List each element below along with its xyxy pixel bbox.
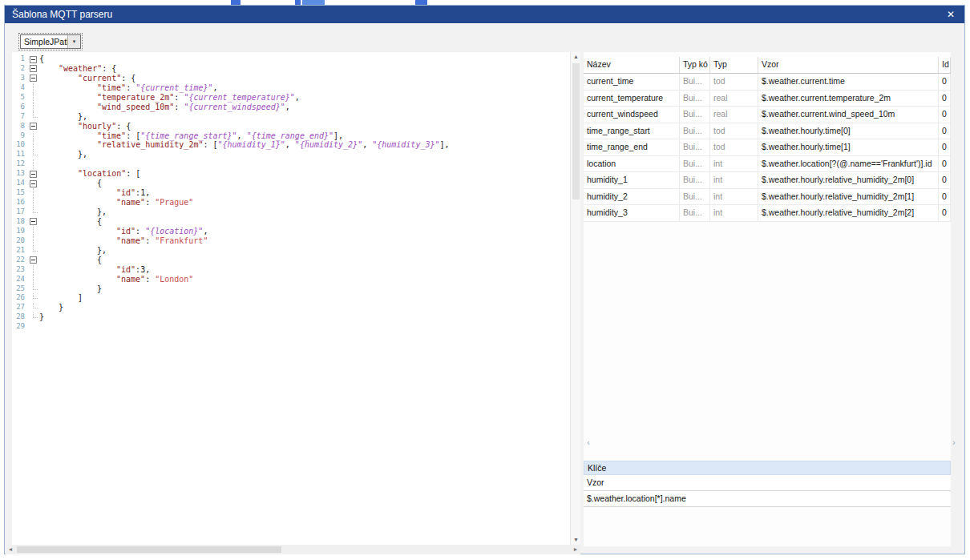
- line-number: 4: [12, 83, 25, 93]
- line-number: 9: [12, 131, 25, 141]
- code-text: {: [39, 217, 102, 227]
- fold-guide: [26, 103, 39, 112]
- code-line[interactable]: 15"id":1,: [12, 188, 570, 198]
- code-line[interactable]: 5"temperature_2m": "{current_temperature…: [12, 93, 570, 103]
- code-line[interactable]: 24"name": "London": [12, 275, 570, 284]
- code-token: :: [126, 83, 135, 92]
- editor-horizontal-scrollbar[interactable]: ◄ ►: [6, 545, 580, 554]
- code-token: }: [59, 303, 63, 312]
- code-text: {: [39, 54, 44, 64]
- code-line[interactable]: 9"time": ["{time_range_start}", "{time_r…: [12, 131, 570, 141]
- column-header-0[interactable]: Název: [584, 57, 680, 73]
- scrollbar-thumb[interactable]: [572, 63, 580, 199]
- code-lines: 1{2"weather": {3"current": {4"time": "{c…: [12, 54, 570, 332]
- table-row[interactable]: current_timeBui...tod$.weather.current.t…: [584, 74, 951, 91]
- code-line[interactable]: 8"hourly": {: [12, 122, 570, 131]
- table-row[interactable]: humidity_1Bui...int$.weather.hourly.rela…: [584, 172, 951, 189]
- code-line[interactable]: 17},: [12, 207, 570, 217]
- code-token: {: [97, 256, 102, 264]
- editor-vertical-scrollbar[interactable]: ▲ ▼: [570, 52, 580, 545]
- chevron-right-icon[interactable]: ›: [949, 438, 959, 449]
- code-line[interactable]: 28}: [12, 312, 570, 322]
- table-cell: tod: [710, 139, 758, 155]
- code-token: "hourly": [78, 122, 116, 131]
- fold-toggle-icon[interactable]: [26, 74, 39, 83]
- code-line[interactable]: 14{: [12, 179, 570, 188]
- code-line[interactable]: 29: [12, 322, 570, 332]
- column-header-1[interactable]: Typ kó: [680, 57, 710, 73]
- code-line[interactable]: 27}: [12, 303, 570, 312]
- fold-guide: [26, 236, 39, 246]
- code-line[interactable]: 1{: [12, 54, 570, 64]
- close-icon: ✕: [947, 9, 955, 20]
- code-line[interactable]: 11},: [12, 150, 570, 159]
- code-token: }: [39, 312, 44, 321]
- code-line[interactable]: 23"id":3,: [12, 265, 570, 275]
- code-line[interactable]: 16"name": "Prague": [12, 198, 570, 207]
- keys-column-header[interactable]: Vzor: [584, 475, 951, 491]
- line-number: 13: [12, 169, 25, 179]
- code-line[interactable]: 21},: [12, 246, 570, 256]
- scrollbar-thumb[interactable]: [17, 546, 281, 553]
- fold-toggle-icon[interactable]: [26, 256, 39, 265]
- scroll-left-icon[interactable]: ◄: [6, 545, 15, 554]
- column-header-2[interactable]: Typ: [710, 57, 758, 73]
- code-line[interactable]: 20"name": "Frankfurt": [12, 236, 570, 246]
- column-header-3[interactable]: Vzor: [758, 57, 939, 73]
- code-token: ,: [237, 131, 247, 140]
- code-line[interactable]: 18{: [12, 217, 570, 227]
- column-header-4[interactable]: Id: [939, 57, 951, 73]
- json-template-editor[interactable]: 1{2"weather": {3"current": {4"time": "{c…: [12, 52, 570, 545]
- table-horizontal-scrollbar[interactable]: ‹ ›: [584, 438, 959, 449]
- chevron-down-icon: ▾: [73, 38, 76, 45]
- code-line[interactable]: 3"current": {: [12, 74, 570, 83]
- line-number: 26: [12, 293, 25, 303]
- code-line[interactable]: 2"weather": {: [12, 64, 570, 74]
- table-row[interactable]: current_temperatureBui...real$.weather.c…: [584, 91, 951, 107]
- scroll-up-icon[interactable]: ▲: [571, 52, 581, 62]
- line-number: 8: [12, 122, 25, 131]
- scroll-right-icon[interactable]: ►: [571, 545, 580, 554]
- line-number: 25: [12, 284, 25, 294]
- fold-toggle-icon[interactable]: [26, 217, 39, 227]
- table-row[interactable]: humidity_3Bui...int$.weather.hourly.rela…: [584, 205, 951, 222]
- table-cell: 0: [939, 107, 951, 123]
- code-token: "temperature_2m": [97, 93, 174, 102]
- scroll-down-icon[interactable]: ▼: [571, 535, 581, 545]
- code-line[interactable]: 10"relative_humidity_2m": ["{humidity_1}…: [12, 140, 570, 150]
- fold-guide: [26, 131, 39, 141]
- fold-toggle-icon[interactable]: [26, 179, 39, 188]
- table-cell: $.weather.current.temperature_2m: [758, 91, 939, 107]
- table-cell: tod: [710, 74, 758, 90]
- titlebar[interactable]: Šablona MQTT parseru ✕: [5, 6, 964, 23]
- code-token: :: [174, 93, 184, 102]
- keys-pattern-value[interactable]: $.weather.location[*].name: [584, 491, 951, 507]
- code-line[interactable]: 19"id": "{location}",: [12, 227, 570, 236]
- fold-toggle-icon[interactable]: [26, 122, 39, 131]
- code-text: }: [39, 312, 44, 322]
- code-line[interactable]: 22{: [12, 256, 570, 265]
- close-button[interactable]: ✕: [939, 6, 963, 23]
- combobox-dropdown-button[interactable]: ▾: [67, 35, 80, 48]
- table-cell: $.weather.current.time: [758, 74, 939, 90]
- code-line[interactable]: 13"location": [: [12, 169, 570, 179]
- code-line[interactable]: 12: [12, 159, 570, 169]
- table-row[interactable]: current_windspeedBui...real$.weather.cur…: [584, 107, 951, 123]
- code-line[interactable]: 6"wind_speed_10m": "{current_windspeed}"…: [12, 103, 570, 112]
- parser-type-combobox[interactable]: SimpleJPath ▾: [20, 34, 81, 49]
- table-row[interactable]: time_range_startBui...tod$.weather.hourl…: [584, 123, 951, 140]
- table-row[interactable]: locationBui...int$.weather.location[?(@.…: [584, 156, 951, 173]
- code-line[interactable]: 4"time": "{current_time}",: [12, 83, 570, 93]
- fold-toggle-icon[interactable]: [26, 54, 39, 64]
- code-line[interactable]: 25}: [12, 284, 570, 294]
- fold-guide: [26, 322, 39, 332]
- code-token: },: [78, 112, 87, 121]
- table-row[interactable]: humidity_2Bui...int$.weather.hourly.rela…: [584, 189, 951, 206]
- chevron-left-icon[interactable]: ‹: [584, 438, 593, 449]
- table-row[interactable]: time_range_endBui...tod$.weather.hourly.…: [584, 139, 951, 156]
- code-token: "name": [116, 275, 145, 284]
- code-line[interactable]: 7},: [12, 112, 570, 122]
- fold-toggle-icon[interactable]: [26, 64, 39, 74]
- fold-toggle-icon[interactable]: [26, 169, 39, 179]
- code-line[interactable]: 26]: [12, 293, 570, 303]
